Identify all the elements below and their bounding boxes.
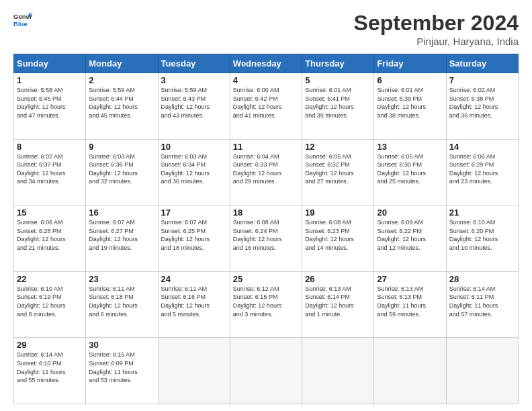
calendar-header-row: Sunday Monday Tuesday Wednesday Thursday…: [14, 54, 519, 73]
table-row: 14Sunrise: 6:06 AMSunset: 6:29 PMDayligh…: [446, 139, 518, 205]
calendar-week-row: 22Sunrise: 6:10 AMSunset: 6:19 PMDayligh…: [14, 271, 519, 338]
table-row: 6Sunrise: 6:01 AMSunset: 6:39 PMDaylight…: [374, 73, 446, 140]
calendar-table: Sunday Monday Tuesday Wednesday Thursday…: [13, 54, 519, 404]
day-info: Sunrise: 5:58 AMSunset: 6:45 PMDaylight:…: [17, 86, 83, 120]
logo-icon: General Blue: [13, 11, 32, 30]
day-info: Sunrise: 6:15 AMSunset: 6:09 PMDaylight:…: [89, 351, 154, 384]
header-monday: Monday: [86, 54, 158, 73]
table-row: 2Sunrise: 5:59 AMSunset: 6:44 PMDaylight…: [86, 73, 158, 140]
day-info: Sunrise: 6:10 AMSunset: 6:19 PMDaylight:…: [17, 285, 83, 318]
table-row: 18Sunrise: 6:08 AMSunset: 6:24 PMDayligh…: [230, 205, 302, 272]
header-sunday: Sunday: [14, 54, 86, 73]
table-row: [374, 338, 446, 404]
day-number: 20: [377, 208, 443, 218]
table-row: 19Sunrise: 6:08 AMSunset: 6:23 PMDayligh…: [302, 205, 374, 272]
day-number: 12: [305, 142, 371, 152]
day-number: 9: [89, 142, 154, 152]
day-number: 5: [305, 75, 371, 85]
day-number: 17: [161, 208, 227, 218]
day-number: 23: [89, 274, 154, 284]
table-row: 16Sunrise: 6:07 AMSunset: 6:27 PMDayligh…: [86, 205, 158, 272]
day-info: Sunrise: 6:14 AMSunset: 6:11 PMDaylight:…: [449, 285, 515, 318]
day-number: 3: [161, 75, 227, 85]
day-number: 8: [17, 142, 83, 152]
day-info: Sunrise: 6:11 AMSunset: 6:16 PMDaylight:…: [161, 285, 227, 318]
day-info: Sunrise: 6:03 AMSunset: 6:36 PMDaylight:…: [89, 152, 154, 186]
day-number: 14: [449, 142, 515, 152]
day-info: Sunrise: 6:04 AMSunset: 6:33 PMDaylight:…: [233, 152, 299, 186]
header: General Blue September 2024 Pinjaur, Har…: [13, 11, 519, 47]
day-number: 25: [233, 274, 299, 284]
table-row: 17Sunrise: 6:07 AMSunset: 6:25 PMDayligh…: [158, 205, 230, 272]
day-info: Sunrise: 6:07 AMSunset: 6:27 PMDaylight:…: [89, 218, 154, 252]
svg-text:Blue: Blue: [13, 20, 28, 28]
table-row: 24Sunrise: 6:11 AMSunset: 6:16 PMDayligh…: [158, 271, 230, 338]
day-number: 27: [377, 274, 443, 284]
location: Pinjaur, Haryana, India: [354, 36, 519, 47]
table-row: 10Sunrise: 6:03 AMSunset: 6:34 PMDayligh…: [158, 139, 230, 205]
table-row: [230, 338, 302, 404]
day-info: Sunrise: 5:59 AMSunset: 6:44 PMDaylight:…: [89, 86, 154, 120]
table-row: 25Sunrise: 6:12 AMSunset: 6:15 PMDayligh…: [230, 271, 302, 338]
calendar-week-row: 8Sunrise: 6:02 AMSunset: 6:37 PMDaylight…: [14, 139, 519, 205]
day-number: 19: [305, 208, 371, 218]
table-row: 9Sunrise: 6:03 AMSunset: 6:36 PMDaylight…: [86, 139, 158, 205]
calendar-week-row: 29Sunrise: 6:14 AMSunset: 6:10 PMDayligh…: [14, 338, 519, 404]
day-info: Sunrise: 6:03 AMSunset: 6:34 PMDaylight:…: [161, 152, 227, 186]
day-info: Sunrise: 6:05 AMSunset: 6:30 PMDaylight:…: [377, 152, 443, 186]
day-number: 26: [305, 274, 371, 284]
day-number: 28: [449, 274, 515, 284]
table-row: 27Sunrise: 6:13 AMSunset: 6:13 PMDayligh…: [374, 271, 446, 338]
day-number: 21: [449, 208, 515, 218]
header-friday: Friday: [374, 54, 446, 73]
table-row: 3Sunrise: 5:59 AMSunset: 6:43 PMDaylight…: [158, 73, 230, 140]
day-info: Sunrise: 6:01 AMSunset: 6:41 PMDaylight:…: [305, 86, 371, 120]
month-title: September 2024: [354, 11, 519, 36]
header-tuesday: Tuesday: [158, 54, 230, 73]
day-info: Sunrise: 6:00 AMSunset: 6:42 PMDaylight:…: [233, 86, 299, 120]
day-number: 24: [161, 274, 227, 284]
day-info: Sunrise: 6:12 AMSunset: 6:15 PMDaylight:…: [233, 285, 299, 318]
day-info: Sunrise: 6:14 AMSunset: 6:10 PMDaylight:…: [17, 351, 83, 384]
day-info: Sunrise: 6:02 AMSunset: 6:38 PMDaylight:…: [449, 86, 515, 120]
day-info: Sunrise: 6:11 AMSunset: 6:18 PMDaylight:…: [89, 285, 154, 318]
table-row: 21Sunrise: 6:10 AMSunset: 6:20 PMDayligh…: [446, 205, 518, 272]
table-row: [446, 338, 518, 404]
day-info: Sunrise: 6:06 AMSunset: 6:28 PMDaylight:…: [17, 218, 83, 252]
table-row: 20Sunrise: 6:09 AMSunset: 6:22 PMDayligh…: [374, 205, 446, 272]
table-row: 30Sunrise: 6:15 AMSunset: 6:09 PMDayligh…: [86, 338, 158, 404]
day-info: Sunrise: 6:02 AMSunset: 6:37 PMDaylight:…: [17, 152, 83, 186]
day-number: 16: [89, 208, 154, 218]
title-block: September 2024 Pinjaur, Haryana, India: [354, 11, 519, 47]
day-info: Sunrise: 5:59 AMSunset: 6:43 PMDaylight:…: [161, 86, 227, 120]
page: General Blue September 2024 Pinjaur, Har…: [0, 0, 532, 411]
day-info: Sunrise: 6:01 AMSunset: 6:39 PMDaylight:…: [377, 86, 443, 120]
day-number: 18: [233, 208, 299, 218]
table-row: 26Sunrise: 6:13 AMSunset: 6:14 PMDayligh…: [302, 271, 374, 338]
table-row: 22Sunrise: 6:10 AMSunset: 6:19 PMDayligh…: [14, 271, 86, 338]
day-number: 11: [233, 142, 299, 152]
day-number: 22: [17, 274, 83, 284]
table-row: 23Sunrise: 6:11 AMSunset: 6:18 PMDayligh…: [86, 271, 158, 338]
day-info: Sunrise: 6:13 AMSunset: 6:13 PMDaylight:…: [377, 285, 443, 318]
table-row: 7Sunrise: 6:02 AMSunset: 6:38 PMDaylight…: [446, 73, 518, 140]
day-number: 13: [377, 142, 443, 152]
table-row: 12Sunrise: 6:05 AMSunset: 6:32 PMDayligh…: [302, 139, 374, 205]
day-number: 29: [17, 340, 83, 350]
table-row: 13Sunrise: 6:05 AMSunset: 6:30 PMDayligh…: [374, 139, 446, 205]
day-number: 7: [449, 75, 515, 85]
day-number: 15: [17, 208, 83, 218]
table-row: [302, 338, 374, 404]
day-info: Sunrise: 6:08 AMSunset: 6:24 PMDaylight:…: [233, 218, 299, 252]
header-thursday: Thursday: [302, 54, 374, 73]
calendar-week-row: 15Sunrise: 6:06 AMSunset: 6:28 PMDayligh…: [14, 205, 519, 272]
table-row: 4Sunrise: 6:00 AMSunset: 6:42 PMDaylight…: [230, 73, 302, 140]
table-row: [158, 338, 230, 404]
day-number: 30: [89, 340, 154, 350]
day-number: 6: [377, 75, 443, 85]
day-number: 4: [233, 75, 299, 85]
day-info: Sunrise: 6:05 AMSunset: 6:32 PMDaylight:…: [305, 152, 371, 186]
day-info: Sunrise: 6:09 AMSunset: 6:22 PMDaylight:…: [377, 218, 443, 252]
table-row: 8Sunrise: 6:02 AMSunset: 6:37 PMDaylight…: [14, 139, 86, 205]
day-number: 1: [17, 75, 83, 85]
